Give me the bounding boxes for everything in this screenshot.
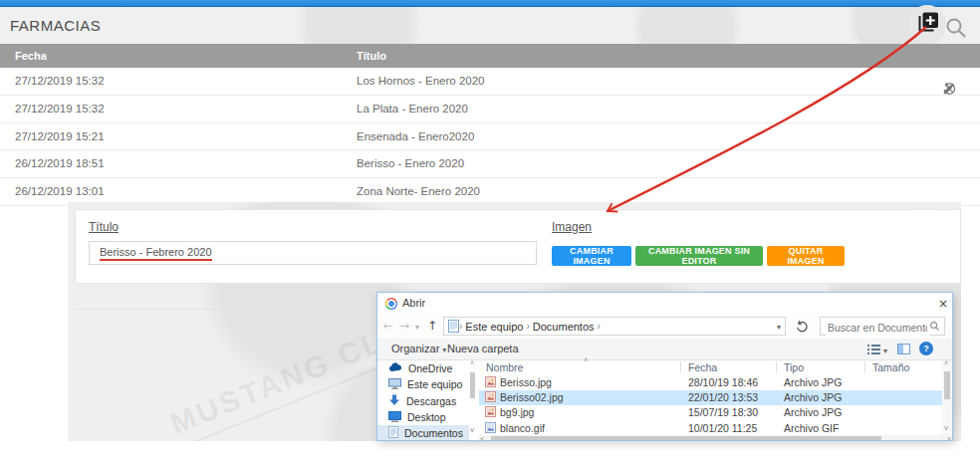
file-row[interactable]: Berisso.jpg 28/10/19 18:46 Archivo JPG 5… [479, 375, 942, 390]
scroll-down-icon[interactable]: v [470, 426, 474, 434]
view-mode-icon[interactable] [867, 344, 881, 357]
dialog-close-button[interactable]: × [935, 296, 951, 312]
row-fecha: 27/12/2019 15:21 [15, 130, 105, 142]
address-dropdown-caret[interactable]: ▾ [777, 323, 781, 332]
scrollbar-thumb[interactable] [491, 436, 881, 441]
quitar-imagen-button[interactable]: QUITAR IMAGEN [767, 246, 845, 266]
file-row-selected[interactable]: Berisso02.jpg 22/01/20 13:53 Archivo JPG… [479, 390, 942, 405]
nav-back-button[interactable]: ← [383, 319, 393, 333]
row-fecha: 26/12/2019 13:01 [15, 185, 105, 197]
cloud-icon [388, 362, 402, 374]
organizar-caret: ▾ [442, 346, 446, 354]
dialog-title: Abrir [402, 297, 425, 309]
jpg-file-icon [485, 391, 496, 404]
cambiar-imagen-sin-editor-button[interactable]: CAMBIAR IMAGEN SIN EDITOR [635, 246, 763, 266]
col-header-titulo: Título [357, 50, 386, 62]
screenshot-canvas: FARMACIAS Fecha Título 27/12/2019 15:32 … [0, 0, 980, 468]
table-row[interactable]: 27/12/2019 15:21 Ensenada - Enero2020 [0, 123, 980, 151]
file-list-vscrollbar[interactable]: ^ v [942, 360, 952, 436]
titulo-input-value: Berisso - Febrero 2020 [100, 246, 212, 261]
view-mode-caret[interactable]: ▾ [883, 347, 887, 355]
sidebar-scrollbar[interactable]: ^ v [469, 360, 477, 436]
top-accent-bar [0, 0, 980, 7]
page-title: FARMACIAS [10, 17, 101, 34]
dialog-search-input[interactable] [826, 319, 929, 336]
delete-x-icon[interactable] [942, 82, 956, 96]
dialog-command-bar: Organizar ▾ Nueva carpeta ▾ ? [377, 339, 952, 360]
col-nombre[interactable]: Nombre [486, 361, 523, 373]
address-bar[interactable]: › Este equipo › Documentos › ▾ [443, 317, 786, 336]
search-magnifier-icon[interactable] [929, 321, 940, 334]
library-add-icon [915, 10, 939, 38]
watermark-blob [617, 7, 757, 44]
breadcrumb-documentos[interactable]: Documentos [530, 321, 598, 333]
file-list-header: ^ Nombre Fecha Tipo Tamaño [479, 360, 942, 375]
row-titulo: Los Hornos - Enero 2020 [357, 75, 485, 87]
breadcrumb-este-equipo[interactable]: Este equipo [462, 321, 526, 333]
refresh-icon[interactable] [796, 320, 809, 335]
app-header: FARMACIAS [0, 7, 980, 44]
imagen-field-label: Imagen [552, 220, 592, 234]
file-row[interactable]: bg9.jpg 15/07/19 18:30 Archivo JPG 87 KB [479, 405, 942, 420]
document-icon [388, 426, 398, 440]
scroll-down-icon[interactable]: v [944, 424, 948, 432]
nav-up-button[interactable]: ↑ [427, 319, 437, 333]
records-table: 27/12/2019 15:32 Los Hornos - Enero 2020 [0, 68, 980, 206]
sidebar-item-onedrive[interactable]: OneDrive [377, 360, 469, 376]
dialog-titlebar: Abrir × [377, 293, 952, 315]
add-record-button[interactable] [908, 5, 946, 43]
col-tipo[interactable]: Tipo [784, 361, 804, 373]
sidebar-item-documentos[interactable]: Documentos [377, 425, 469, 441]
titulo-field-label: Título [89, 220, 119, 234]
preview-pane-icon[interactable] [897, 344, 910, 354]
scrollbar-thumb[interactable] [470, 372, 475, 398]
file-list-hscrollbar[interactable]: < > [479, 435, 952, 441]
jpg-file-icon [485, 376, 496, 389]
nav-history-caret[interactable]: ▾ [415, 323, 419, 332]
table-row[interactable]: 27/12/2019 15:32 Los Hornos - Enero 2020 [0, 68, 980, 96]
titulo-input[interactable]: Berisso - Febrero 2020 [89, 241, 537, 265]
file-list: ^ Nombre Fecha Tipo Tamaño Berisso.jpg 2… [479, 360, 942, 436]
computer-icon [388, 378, 401, 391]
col-fecha[interactable]: Fecha [688, 361, 717, 373]
record-form-panel: Título Berisso - Febrero 2020 Imagen CAM… [75, 209, 961, 284]
row-titulo: Ensenada - Enero2020 [357, 130, 474, 142]
table-header: Fecha Título [0, 44, 980, 68]
cambiar-imagen-button[interactable]: CAMBIAR IMAGEN [552, 246, 631, 266]
row-titulo: Berisso - Enero 2020 [357, 157, 464, 169]
row-fecha: 26/12/2019 18:51 [15, 157, 105, 169]
row-fecha: 27/12/2019 15:32 [15, 75, 105, 87]
scroll-up-icon[interactable]: ^ [944, 360, 948, 368]
chrome-logo-icon [385, 298, 397, 310]
dialog-search-box [820, 317, 945, 336]
sidebar-item-este-equipo[interactable]: Este equipo [377, 376, 469, 392]
download-arrow-icon [388, 394, 400, 408]
sidebar-item-desktop[interactable]: Desktop [377, 409, 469, 425]
watermark-blob [279, 7, 438, 44]
scroll-left-icon[interactable]: < [480, 435, 484, 441]
table-row[interactable]: 26/12/2019 18:51 Berisso - Enero 2020 [0, 150, 980, 178]
help-icon[interactable]: ? [919, 342, 933, 355]
jpg-file-icon [485, 406, 496, 419]
breadcrumb-separator: › [598, 321, 601, 332]
nav-forward-button[interactable]: → [399, 319, 409, 333]
scrollbar-thumb[interactable] [944, 371, 950, 399]
sort-ascending-icon: ^ [584, 357, 588, 365]
scroll-right-icon[interactable]: > [947, 435, 951, 441]
organizar-button[interactable]: Organizar ▾ [391, 343, 446, 354]
table-row[interactable]: 27/12/2019 15:32 La Plata - Enero 2020 [0, 96, 980, 123]
desktop-icon [388, 411, 401, 424]
search-icon[interactable] [944, 16, 968, 40]
row-titulo: La Plata - Enero 2020 [357, 103, 468, 115]
nueva-carpeta-button[interactable]: Nueva carpeta [447, 343, 519, 354]
row-fecha: 27/12/2019 15:32 [15, 103, 105, 115]
file-row[interactable]: blanco.gif 10/01/20 11:25 Archivo GIF 17… [479, 421, 942, 436]
scroll-up-icon[interactable]: ^ [470, 360, 474, 368]
col-tamano[interactable]: Tamaño [872, 361, 909, 373]
dialog-sidebar: OneDrive Este equipo Des [377, 360, 469, 441]
sidebar-item-descargas[interactable]: Descargas [377, 393, 469, 409]
dialog-nav-bar: ← → ▾ ↑ › Este equipo › Documentos › ▾ [377, 315, 952, 339]
gif-file-icon [485, 422, 496, 435]
open-file-dialog: Abrir × ← → ▾ ↑ › Este equipo › Document… [376, 292, 953, 441]
folder-icon [448, 320, 459, 333]
